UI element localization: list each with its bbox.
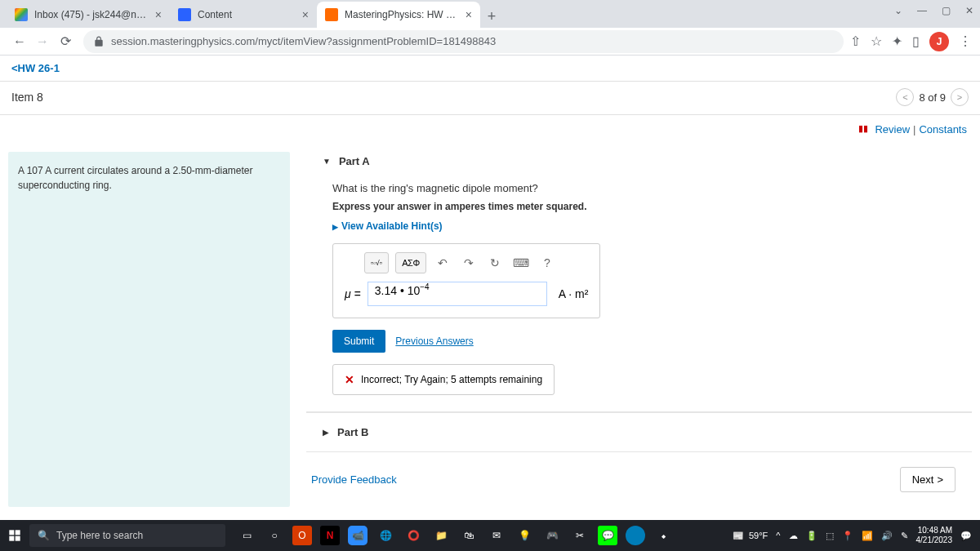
maximize-icon[interactable]: ▢ [942,5,951,16]
battery-icon[interactable]: 🔋 [806,531,817,541]
svg-rect-3 [16,536,20,541]
flag-icon: ▮▮ [858,123,868,136]
tab-title: Inbox (475) - jsk244@nau.edu - N [34,9,149,20]
tab-title: Content [198,9,296,20]
new-tab-button[interactable]: + [480,5,503,28]
chevron-down-icon[interactable]: ⌄ [894,5,902,16]
reload-button[interactable]: ⟳ [54,30,77,53]
submit-row: Submit Previous Answers [332,330,956,353]
templates-button[interactable]: ▫▫√▫ [364,252,389,273]
volume-icon[interactable]: 🔊 [881,531,893,541]
notifications-icon[interactable]: 💬 [960,531,972,541]
wifi-icon[interactable]: 📶 [862,531,873,541]
extensions-icon[interactable]: ✦ [892,33,902,49]
chrome-icon[interactable]: ⭕ [403,526,423,545]
tab-gmail[interactable]: Inbox (475) - jsk244@nau.edu - N × [7,2,170,28]
mail-icon[interactable]: ✉ [487,526,506,545]
answer-input-row: μ = 3.14 • 10−4 A · m² [345,282,588,306]
page-toolbar: ▮▮ Review | Constants [0,115,980,144]
pen-icon[interactable]: ✎ [901,531,908,541]
reset-icon[interactable]: ↻ [485,252,505,273]
help-icon[interactable]: ? [537,252,557,273]
part-b-header[interactable]: ▶ Part B [306,412,972,452]
equation-toolbar: ▫▫√▫ ΑΣΦ ↶ ↷ ↻ ⌨ ? [364,252,588,273]
answer-input[interactable]: 3.14 • 10−4 [368,282,547,306]
breadcrumb[interactable]: <HW 26-1 [11,62,60,74]
app-icon[interactable]: 🎮 [542,526,562,545]
x-icon: ✕ [345,373,354,386]
next-button[interactable]: Next > [900,467,956,492]
side-panel-icon[interactable]: ▯ [912,33,920,49]
news-icon: 📰 [733,531,744,541]
tab-mastering-physics[interactable]: MasteringPhysics: HW 26-1 × [317,2,480,28]
tray-chevron-icon[interactable]: ^ [776,531,780,540]
constants-link[interactable]: Constants [919,123,967,136]
close-icon[interactable]: × [155,8,162,21]
clock[interactable]: 10:48 AM 4/21/2023 [916,526,953,545]
item-pagination: < 8 of 9 > [896,88,969,106]
page-header: <HW 26-1 [0,56,980,82]
profile-badge[interactable]: J [929,32,949,51]
edge-icon[interactable]: 🌐 [376,526,395,545]
address-bar[interactable]: session.masteringphysics.com/myct/itemVi… [83,30,844,53]
dropbox-icon[interactable]: ⬥ [653,526,673,545]
instruction-text: Express your answer in amperes times met… [332,201,956,212]
part-a-header[interactable]: ▼ Part A [306,144,972,176]
store-icon[interactable]: 🛍 [459,526,479,545]
greek-symbols-button[interactable]: ΑΣΦ [395,252,426,273]
minimize-icon[interactable]: — [917,5,927,16]
chevron-right-icon: > [937,473,943,486]
taskbar-search[interactable]: 🔍 Type here to search [29,524,225,547]
hints-link[interactable]: ▶View Available Hint(s) [332,220,956,232]
next-item-button[interactable]: > [951,88,969,106]
answer-value: 3.14 • 10−4 [375,284,430,297]
tab-title: MasteringPhysics: HW 26-1 [345,9,459,20]
weather-widget[interactable]: 📰 59°F [733,531,768,541]
provide-feedback-link[interactable]: Provide Feedback [311,473,397,486]
close-icon[interactable]: × [466,8,472,21]
close-window-icon[interactable]: ✕ [965,5,973,16]
tips-icon[interactable]: 💡 [514,526,534,545]
footer-row: Provide Feedback Next > [306,452,972,507]
taskbar-apps: ▭ ○ O N 📹 🌐 ⭕ 📁 🛍 ✉ 💡 🎮 ✂ 💬 ⬥ [237,526,673,545]
svg-rect-0 [9,530,14,535]
review-link[interactable]: Review [875,123,910,136]
back-button[interactable]: ← [8,30,31,53]
keyboard-icon[interactable]: ⌨ [511,252,531,273]
svg-rect-2 [9,536,14,541]
close-icon[interactable]: × [302,8,309,21]
dell-icon[interactable] [626,526,645,545]
chat-icon[interactable]: 💬 [598,526,617,545]
redo-icon[interactable]: ↷ [459,252,479,273]
problem-statement: A 107 A current circulates around a 2.50… [8,152,290,507]
zoom-icon[interactable]: 📹 [348,526,368,545]
content-icon [178,8,191,21]
prev-item-button[interactable]: < [896,88,914,106]
previous-answers-link[interactable]: Previous Answers [395,335,473,347]
menu-icon[interactable]: ⋮ [959,33,972,49]
browser-tab-strip: Inbox (475) - jsk244@nau.edu - N × Conte… [0,0,980,28]
forward-button[interactable]: → [31,30,54,53]
svg-rect-1 [16,530,20,535]
item-counter: 8 of 9 [919,91,946,104]
item-nav-row: Item 8 < 8 of 9 > [0,82,980,115]
onedrive-icon[interactable]: ☁ [789,531,798,541]
location-icon[interactable]: 📍 [842,531,853,541]
touchpad-icon[interactable]: ⬚ [826,531,834,541]
mastering-physics-icon [325,8,338,21]
cortana-icon[interactable]: ○ [265,526,284,545]
start-button[interactable] [8,529,21,542]
explorer-icon[interactable]: 📁 [431,526,451,545]
task-view-icon[interactable]: ▭ [237,526,256,545]
netflix-icon[interactable]: N [320,526,340,545]
office-icon[interactable]: O [292,526,312,545]
share-icon[interactable]: ⇧ [850,33,861,49]
undo-icon[interactable]: ↶ [433,252,452,273]
tab-content[interactable]: Content × [170,2,317,28]
separator: | [913,123,915,136]
snip-icon[interactable]: ✂ [570,526,590,545]
submit-button[interactable]: Submit [332,330,385,353]
caret-right-icon: ▶ [323,428,329,437]
gmail-icon [15,8,28,21]
bookmark-icon[interactable]: ☆ [871,33,882,49]
